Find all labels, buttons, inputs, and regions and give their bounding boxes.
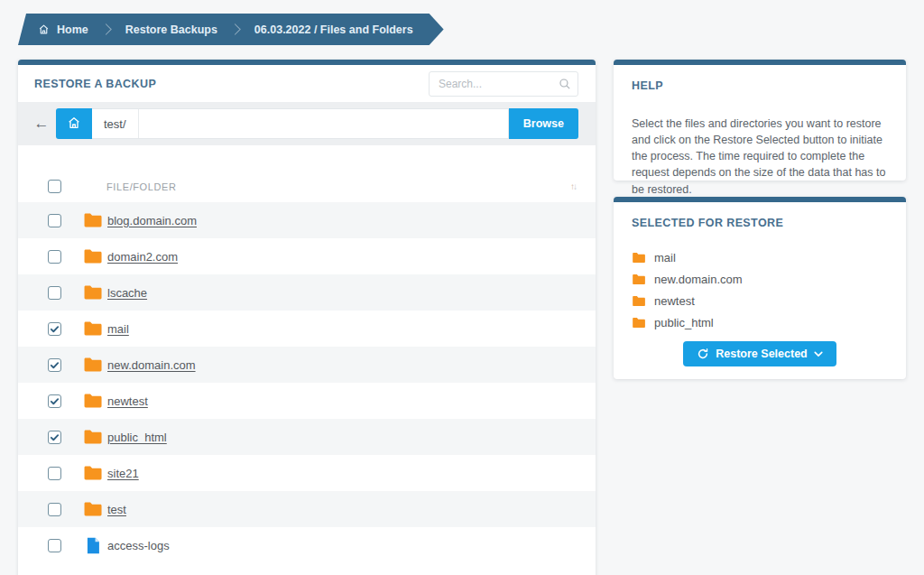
selected-for-restore-panel: SELECTED FOR RESTORE mail new.domain.com bbox=[614, 197, 906, 379]
row-checkbox[interactable] bbox=[48, 431, 61, 444]
folder-icon bbox=[83, 429, 103, 445]
file-folder-link[interactable]: mail bbox=[107, 322, 129, 336]
selected-item: newtest bbox=[614, 294, 906, 308]
row-checkbox[interactable] bbox=[48, 358, 61, 372]
search-icon bbox=[559, 78, 571, 90]
selected-item-label: new.domain.com bbox=[654, 273, 743, 286]
home-icon bbox=[38, 23, 50, 35]
folder-icon bbox=[83, 357, 103, 373]
restore-icon bbox=[697, 348, 709, 360]
check-icon bbox=[50, 396, 60, 406]
restore-button-wrap: Restore Selected bbox=[614, 341, 906, 366]
folder-icon bbox=[83, 501, 103, 517]
selected-list: mail new.domain.com newtest public_htm bbox=[614, 251, 906, 329]
check-icon bbox=[50, 360, 60, 370]
help-panel: HELP Select the files and directories yo… bbox=[614, 60, 906, 181]
folder-icon bbox=[632, 317, 646, 329]
folder-icon bbox=[632, 295, 646, 307]
file-icon bbox=[83, 537, 103, 554]
file-folder-link[interactable]: test bbox=[107, 503, 126, 516]
row-checkbox[interactable] bbox=[48, 214, 61, 227]
selected-item: public_html bbox=[614, 316, 906, 329]
table-row: newtest bbox=[18, 383, 596, 419]
restore-selected-button[interactable]: Restore Selected bbox=[683, 341, 836, 366]
path-toolbar: ← test/ Browse bbox=[18, 102, 596, 145]
chevron-down-icon bbox=[814, 351, 823, 357]
row-checkbox[interactable] bbox=[48, 467, 61, 480]
file-folder-link[interactable]: new.domain.com bbox=[107, 358, 196, 372]
table-row: domain2.com bbox=[18, 238, 596, 274]
restore-backup-panel: RESTORE A BACKUP ← test/ bbox=[18, 60, 596, 575]
folder-icon bbox=[632, 252, 646, 264]
row-checkbox[interactable] bbox=[48, 394, 61, 408]
path-input-group: test/ Browse bbox=[56, 108, 578, 139]
table-row: new.domain.com bbox=[18, 347, 596, 383]
selected-item-label: newtest bbox=[654, 294, 695, 308]
file-folder-link[interactable]: public_html bbox=[107, 431, 167, 444]
breadcrumb-item[interactable]: 06.03.2022 / Files and Folders bbox=[217, 23, 413, 36]
breadcrumb-item[interactable]: Restore Backups bbox=[88, 23, 217, 36]
home-button[interactable] bbox=[56, 108, 92, 139]
breadcrumb-label: 06.03.2022 / Files and Folders bbox=[254, 23, 413, 36]
panel-header: RESTORE A BACKUP bbox=[18, 65, 596, 102]
selected-item-label: public_html bbox=[654, 316, 714, 329]
table-row: blog.domain.com bbox=[18, 202, 596, 238]
folder-icon bbox=[83, 393, 103, 409]
file-folder-link[interactable]: access-logs bbox=[107, 539, 170, 552]
restore-selected-label: Restore Selected bbox=[716, 348, 807, 360]
check-icon bbox=[50, 324, 60, 334]
column-header-file-folder: FILE/FOLDER bbox=[106, 181, 177, 192]
row-checkbox[interactable] bbox=[48, 250, 61, 264]
file-folder-link[interactable]: domain2.com bbox=[107, 250, 178, 264]
row-checkbox[interactable] bbox=[48, 503, 61, 516]
help-text: Select the files and directories you wan… bbox=[614, 116, 906, 198]
breadcrumb: Home Restore Backups 06.03.2022 / Files … bbox=[18, 14, 444, 45]
folder-icon bbox=[83, 284, 103, 301]
selected-item: new.domain.com bbox=[614, 273, 906, 286]
table-header-row: FILE/FOLDER ↑↓ bbox=[18, 145, 596, 202]
check-icon bbox=[50, 432, 60, 442]
file-table: blog.domain.com domain2.com bbox=[18, 202, 596, 563]
table-row: access-logs bbox=[18, 527, 596, 563]
folder-icon bbox=[83, 465, 103, 481]
table-row: mail bbox=[18, 311, 596, 347]
select-all-checkbox[interactable] bbox=[48, 180, 61, 193]
home-icon bbox=[67, 116, 81, 133]
search-box bbox=[429, 71, 578, 97]
folder-icon bbox=[83, 248, 103, 264]
path-field-wrap: test/ bbox=[92, 108, 509, 139]
selected-title: SELECTED FOR RESTORE bbox=[614, 202, 906, 229]
table-row: site21 bbox=[18, 455, 596, 491]
breadcrumb-label: Restore Backups bbox=[125, 23, 217, 36]
selected-item-label: mail bbox=[654, 251, 676, 264]
browse-button[interactable]: Browse bbox=[509, 108, 578, 139]
search-input[interactable] bbox=[429, 71, 578, 97]
page: Home Restore Backups 06.03.2022 / Files … bbox=[0, 0, 924, 575]
sort-icon[interactable]: ↑↓ bbox=[570, 181, 576, 191]
row-checkbox[interactable] bbox=[48, 322, 61, 336]
table-row: lscache bbox=[18, 274, 596, 311]
breadcrumb-label: Home bbox=[57, 23, 88, 36]
breadcrumb-item[interactable]: Home bbox=[38, 23, 88, 36]
folder-icon bbox=[83, 212, 103, 228]
file-folder-link[interactable]: lscache bbox=[107, 286, 147, 300]
selected-item: mail bbox=[614, 251, 906, 264]
help-title: HELP bbox=[614, 65, 906, 92]
table-row: test bbox=[18, 491, 596, 527]
table-row: public_html bbox=[18, 419, 596, 455]
folder-icon bbox=[632, 274, 646, 285]
row-checkbox[interactable] bbox=[48, 539, 61, 552]
path-prefix: test/ bbox=[92, 109, 139, 138]
folder-icon bbox=[83, 320, 103, 337]
file-folder-link[interactable]: newtest bbox=[107, 394, 148, 408]
path-input[interactable] bbox=[139, 109, 508, 138]
back-button[interactable]: ← bbox=[27, 115, 56, 133]
page-title: RESTORE A BACKUP bbox=[34, 78, 156, 90]
file-folder-link[interactable]: site21 bbox=[107, 467, 139, 480]
row-checkbox[interactable] bbox=[48, 286, 61, 300]
file-folder-link[interactable]: blog.domain.com bbox=[107, 214, 197, 227]
